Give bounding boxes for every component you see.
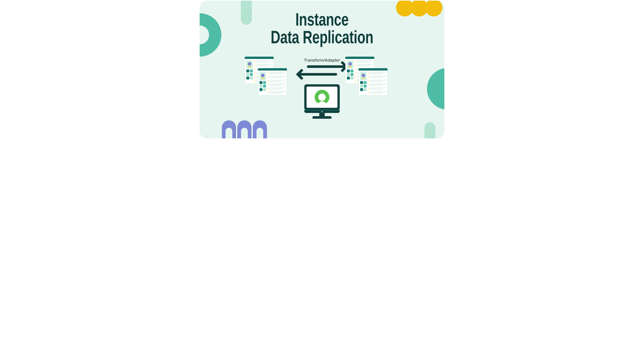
decoration-pill-mint-bottom-right: [424, 122, 435, 138]
arrow-left-icon: [298, 73, 337, 76]
title-line-1: Instance: [232, 11, 413, 28]
decoration-circle-right: [427, 68, 444, 110]
diagram-canvas: Instance Data Replication Transform/Adap…: [198, 0, 446, 139]
monitor-stand: [312, 116, 332, 119]
monitor-chin: [304, 110, 340, 113]
monitor-frame: [304, 84, 340, 110]
avatar-icon: [246, 60, 253, 68]
avatar-icon: [347, 60, 354, 68]
monitor-screen: [306, 86, 338, 108]
color-swatches-icon: [360, 81, 366, 91]
monitor-neck: [319, 113, 325, 116]
color-swatches-icon: [260, 81, 266, 91]
color-swatches-icon: [347, 69, 354, 79]
bidirectional-arrows: [298, 63, 346, 76]
profile-card-icon: [358, 68, 388, 96]
color-swatches-icon: [246, 69, 253, 79]
title-line-2: Data Replication: [232, 28, 413, 46]
monitor-icon: [304, 84, 340, 119]
list-lines-icon: [366, 72, 386, 93]
profile-card-icon: [258, 68, 287, 96]
list-lines-icon: [266, 72, 285, 93]
servicenow-logo-icon: [314, 89, 330, 105]
slide-background: Instance Data Replication Transform/Adap…: [200, 1, 444, 138]
transform-adapter-label: Transform/Adapter: [304, 58, 340, 63]
arrow-right-icon: [307, 65, 346, 68]
slide-title: Instance Data Replication: [200, 11, 444, 46]
decoration-periwinkle-arches: [222, 120, 268, 138]
avatar-icon: [260, 72, 266, 80]
avatar-icon: [360, 72, 366, 80]
